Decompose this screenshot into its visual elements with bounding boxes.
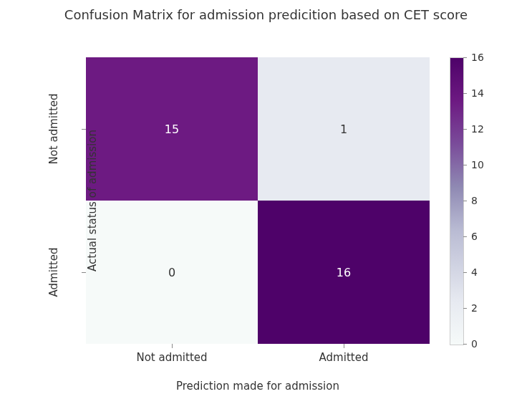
cell-0-1: 1: [258, 57, 430, 201]
x-tickmark: [172, 344, 173, 348]
x-tickmark: [344, 344, 344, 348]
chart-title: Confusion Matrix for admission prediciti…: [0, 7, 532, 22]
y-axis-label: Actual status of admission: [21, 57, 163, 344]
colorbar-tickmark: [463, 308, 467, 309]
colorbar-tick-label: 10: [471, 159, 484, 170]
colorbar-tick-label: 6: [471, 231, 478, 242]
colorbar-tick-label: 4: [471, 266, 478, 278]
colorbar-tickmark: [463, 129, 467, 130]
colorbar-tick-label: 0: [471, 338, 478, 350]
colorbar-tickmark: [463, 57, 467, 58]
cell-1-1: 16: [258, 201, 430, 344]
x-tick-0: Not admitted: [86, 351, 258, 364]
colorbar-tick-label: 16: [471, 52, 484, 63]
colorbar: [450, 57, 464, 345]
colorbar-tickmark: [463, 272, 467, 273]
colorbar-tickmark: [463, 344, 467, 345]
colorbar-tickmark: [463, 165, 467, 165]
colorbar-tick-label: 2: [471, 302, 478, 314]
x-tick-1: Admitted: [258, 351, 430, 364]
x-axis-label: Prediction made for admission: [86, 380, 430, 393]
colorbar-tickmark: [463, 201, 467, 201]
colorbar-tickmark: [463, 236, 467, 237]
colorbar-tick-label: 14: [471, 87, 484, 99]
figure: Confusion Matrix for admission prediciti…: [0, 0, 532, 404]
colorbar-tickmark: [463, 93, 467, 94]
colorbar-tick-label: 12: [471, 123, 484, 135]
colorbar-tick-label: 8: [471, 195, 478, 206]
